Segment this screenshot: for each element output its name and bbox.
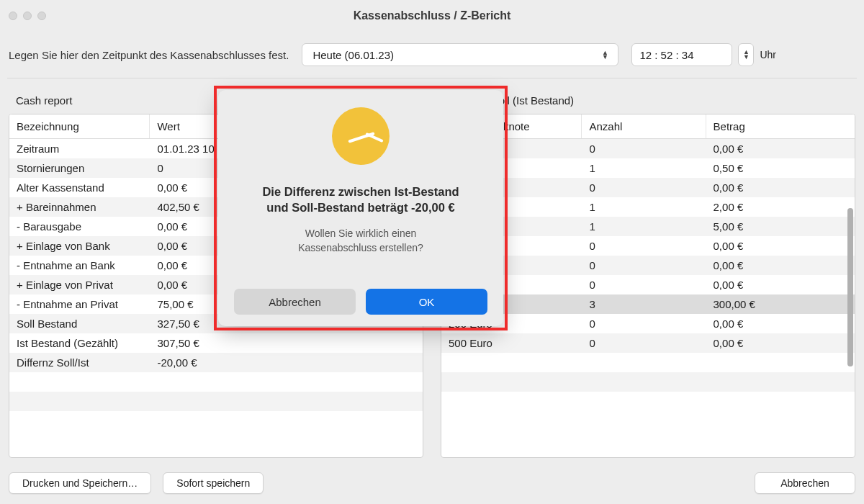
window-title: Kassenabschluss / Z-Bericht — [0, 9, 864, 22]
time-field[interactable]: 12 : 52 : 34 — [631, 43, 732, 66]
cell-label: Zeitraum — [9, 139, 150, 159]
time-suffix: Uhr — [760, 49, 776, 60]
cell-amount: 2,00 € — [706, 197, 854, 217]
cell-amount: 0,00 € — [706, 236, 854, 256]
confirm-dialog: Die Differenz zwischen Ist-Bestand und S… — [218, 90, 503, 326]
dialog-subtext: Wollen Sie wirklich einen Kassenabschlus… — [298, 226, 423, 256]
table-row[interactable]: 200 Euro00,00 € — [441, 314, 855, 333]
cell-label: Soll Bestand — [9, 314, 150, 333]
scrollbar-thumb[interactable] — [847, 208, 853, 366]
cell-count[interactable]: 3 — [582, 294, 706, 314]
cell-label: Alter Kassenstand — [9, 178, 150, 197]
cell-label: Differnz Soll/Ist — [9, 353, 150, 372]
cell-value: 307,50 € — [150, 333, 423, 353]
footer: Drucken und Speichern… Sofort speichern … — [0, 465, 864, 504]
cancel-button[interactable]: Abbrechen — [755, 472, 855, 494]
cell-label: - Barausgabe — [9, 217, 150, 236]
cell-label: Stornierungen — [9, 158, 150, 178]
cell-count[interactable]: 1 — [582, 217, 706, 236]
print-and-save-button[interactable]: Drucken und Speichern… — [9, 472, 151, 494]
cell-count[interactable]: 0 — [582, 256, 706, 275]
cell-amount: 300,00 € — [706, 294, 854, 314]
cell-count[interactable]: 0 — [582, 275, 706, 294]
dialog-cancel-button[interactable]: Abbrechen — [234, 289, 356, 315]
cell-amount: 0,00 € — [706, 333, 854, 353]
cell-amount: 0,50 € — [706, 158, 854, 178]
cell-count[interactable]: 0 — [582, 333, 706, 353]
col-amount[interactable]: Betrag — [706, 114, 854, 139]
updown-chevron-icon: ▲▼ — [599, 50, 611, 59]
cell-count[interactable]: 1 — [582, 158, 706, 178]
dialog-ok-button[interactable]: OK — [366, 289, 487, 315]
cell-label: - Entnahme an Bank — [9, 256, 150, 275]
table-row — [9, 411, 423, 431]
table-row[interactable]: Ist Bestand (Gezählt)307,50 € — [9, 333, 423, 353]
cell-label: + Einlage von Bank — [9, 236, 150, 256]
cell-label: - Entnahme an Privat — [9, 294, 150, 314]
table-row — [441, 372, 855, 392]
time-value: 12 : 52 : 34 — [639, 49, 693, 61]
datetime-prompt: Legen Sie hier den Zeitpunkt des Kassena… — [9, 49, 289, 61]
cell-denom: 500 Euro — [441, 333, 582, 353]
table-row — [9, 392, 423, 411]
app-logo-icon — [332, 107, 390, 165]
cell-label: + Bareinnahmen — [9, 197, 150, 217]
cell-amount: 0,00 € — [706, 256, 854, 275]
table-row — [9, 372, 423, 392]
datetime-row: Legen Sie hier den Zeitpunkt des Kassena… — [0, 32, 864, 78]
col-bezeichnung[interactable]: Bezeichnung — [9, 114, 150, 139]
table-row[interactable]: 5 Euro15,00 € — [441, 217, 855, 236]
col-count[interactable]: Anzahl — [582, 114, 706, 139]
table-row[interactable]: 100 Euro3300,00 € — [441, 294, 855, 314]
time-stepper[interactable]: ▲ ▼ — [738, 43, 754, 66]
date-select[interactable]: Heute (06.01.23) ▲▼ — [302, 43, 618, 66]
date-select-value: Heute (06.01.23) — [312, 49, 394, 61]
table-row[interactable]: 20 Cent00,00 € — [441, 139, 855, 159]
titlebar: Kassenabschluss / Z-Bericht — [0, 0, 864, 32]
table-row[interactable]: 10 Euro00,00 € — [441, 236, 855, 256]
cell-count[interactable]: 0 — [582, 178, 706, 197]
table-row — [441, 353, 855, 372]
cell-count[interactable]: 1 — [582, 197, 706, 217]
cell-amount: 0,00 € — [706, 314, 854, 333]
table-row[interactable]: 50 Cent10,50 € — [441, 158, 855, 178]
table-row[interactable]: 2 Euro12,00 € — [441, 197, 855, 217]
table-row[interactable]: 500 Euro00,00 € — [441, 333, 855, 353]
table-row[interactable]: 20 Euro00,00 € — [441, 256, 855, 275]
cell-count[interactable]: 0 — [582, 236, 706, 256]
dialog-headline: Die Differenz zwischen Ist-Bestand und S… — [262, 184, 459, 216]
cell-amount: 0,00 € — [706, 275, 854, 294]
cell-amount: 0,00 € — [706, 178, 854, 197]
table-row[interactable]: 1 Euro00,00 € — [441, 178, 855, 197]
save-now-button[interactable]: Sofort speichern — [163, 472, 264, 494]
cell-amount: 5,00 € — [706, 217, 854, 236]
cell-amount: 0,00 € — [706, 139, 854, 159]
cell-label: Ist Bestand (Gezählt) — [9, 333, 150, 353]
cell-value: -20,00 € — [150, 353, 423, 372]
table-row[interactable]: 50 Euro00,00 € — [441, 275, 855, 294]
cell-count[interactable]: 0 — [582, 314, 706, 333]
count-protocol-table: Münze/Banknote Anzahl Betrag 20 Cent00,0… — [441, 114, 855, 411]
chevron-down-icon: ▼ — [743, 55, 750, 60]
cell-count[interactable]: 0 — [582, 139, 706, 159]
cell-label: + Einlage von Privat — [9, 275, 150, 294]
table-row[interactable]: Differnz Soll/Ist-20,00 € — [9, 353, 423, 372]
table-row — [441, 392, 855, 411]
